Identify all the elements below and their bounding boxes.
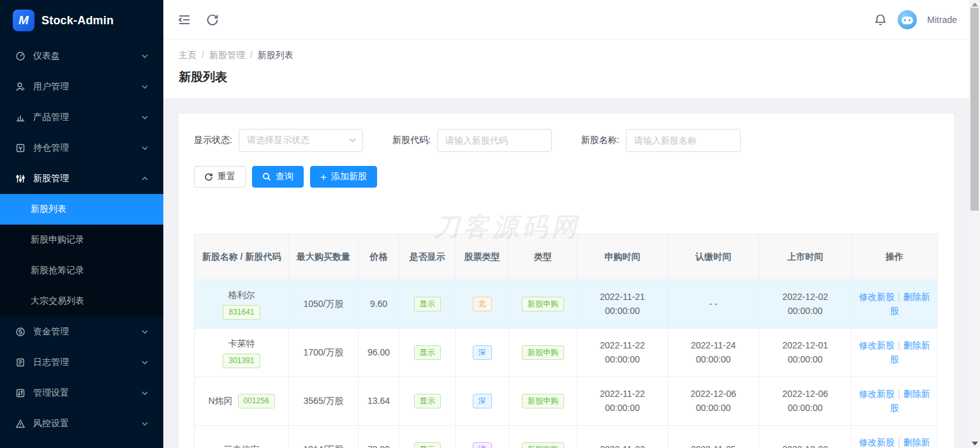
- delete-stock-link[interactable]: 删除新股: [890, 292, 930, 316]
- market-badge: 北: [473, 297, 492, 311]
- edit-stock-link[interactable]: 修改新股: [859, 340, 895, 350]
- apply-time-cell: 2022-11-2100:00:00: [577, 280, 668, 329]
- search-icon: [262, 172, 271, 181]
- refresh-icon[interactable]: [205, 13, 219, 27]
- new-stock-submenu: 新股列表 新股申购记录 新股抢筹记录 大宗交易列表: [0, 194, 163, 317]
- time-line: 00:00:00: [766, 401, 845, 415]
- col-operations: 操作: [852, 234, 938, 280]
- type-badge: 新股申购: [522, 345, 564, 360]
- sidebar-item-funds[interactable]: 资金管理: [0, 317, 163, 347]
- chevron-down-icon: [142, 327, 148, 337]
- stock-name-box: 三未信安: [201, 443, 282, 448]
- sidebar-item-logs[interactable]: 日志管理: [0, 347, 163, 378]
- delete-stock-link[interactable]: 删除新股: [890, 437, 930, 448]
- action-buttons: 重置 查询 + 添加新股: [194, 166, 939, 188]
- sidebar-item-users[interactable]: 用户管理: [0, 71, 163, 102]
- sidebar-subitem-block-trade-list[interactable]: 大宗交易列表: [0, 286, 163, 317]
- market-badge: 深: [473, 345, 492, 360]
- type-cell: 新股申购: [509, 280, 577, 329]
- delete-stock-link[interactable]: 删除新股: [890, 340, 930, 364]
- op-divider: |: [898, 389, 900, 399]
- content: 刀客源码网 显示状态: 请选择显示状态 新股代码:: [163, 114, 980, 448]
- sidebar-item-new-stock[interactable]: 新股管理: [0, 163, 163, 194]
- apply-time-cell: 2022-11-23: [577, 426, 668, 448]
- user-avatar[interactable]: [898, 10, 917, 29]
- stock-name: N炜冈: [208, 394, 232, 408]
- sidebar-subitem-subscription-records[interactable]: 新股申购记录: [0, 225, 163, 255]
- type-cell: 新股申购: [509, 426, 577, 448]
- breadcrumb-home[interactable]: 主页: [179, 50, 197, 61]
- market-cell: 北: [456, 280, 509, 329]
- edit-stock-link[interactable]: 修改新股: [859, 437, 895, 447]
- stock-code-badge: 301391: [223, 354, 260, 368]
- username[interactable]: Mitrade: [927, 15, 957, 25]
- reset-button[interactable]: 重置: [194, 166, 246, 188]
- time-line: 00:00:00: [674, 401, 752, 415]
- price-cell: 13.64: [359, 377, 399, 426]
- sidebar-item-label: 资金管理: [33, 326, 134, 338]
- stock-table: 新股名称 / 新股代码 最大购买数量 价格 是否显示 股票类型 类型 申购时间 …: [194, 234, 938, 448]
- stock-name-box: 格利尔831641: [201, 288, 282, 320]
- sidebar-item-admin-settings[interactable]: 管理设置: [0, 378, 163, 408]
- notification-bell-icon[interactable]: [873, 13, 887, 27]
- chevron-down-icon: [349, 135, 356, 146]
- visible-cell: 显示: [399, 377, 456, 426]
- chevron-down-icon: [142, 357, 148, 368]
- sidebar-item-label: 管理设置: [33, 387, 134, 399]
- scrollbar-thumb[interactable]: [970, 8, 979, 211]
- funds-icon: [15, 327, 26, 337]
- col-price: 价格: [359, 234, 399, 280]
- page-head: 主页 / 新股管理 / 新股列表 新股列表: [163, 40, 980, 98]
- app-root: M Stock-Admin 仪表盘 用户管理 产品管理 持仓管理: [0, 0, 980, 448]
- delete-stock-link[interactable]: 删除新股: [890, 389, 930, 413]
- col-visible: 是否显示: [399, 234, 456, 280]
- visible-badge: 显示: [414, 442, 441, 448]
- main-area: Mitrade 主页 / 新股管理 / 新股列表 新股列表 刀客源码网 显示状态…: [163, 0, 980, 448]
- edit-stock-link[interactable]: 修改新股: [859, 292, 895, 302]
- sidebar-item-products[interactable]: 产品管理: [0, 102, 163, 133]
- visible-badge: 显示: [414, 297, 441, 311]
- chevron-down-icon: [142, 51, 148, 61]
- search-button[interactable]: 查询: [252, 166, 304, 188]
- date-line: 2022-12-06: [674, 387, 752, 401]
- max-buy-cell: 3565/万股: [289, 377, 359, 426]
- scrollbar-up-arrow[interactable]: [972, 3, 978, 6]
- sidebar-item-risk-settings[interactable]: 风控设置: [0, 408, 163, 439]
- date-line: 2022-11-23: [584, 443, 661, 448]
- edit-stock-link[interactable]: 修改新股: [859, 389, 895, 399]
- risk-icon: [15, 419, 26, 429]
- plus-icon: +: [320, 172, 327, 183]
- list-time-cell: 2022-12-0100:00:00: [759, 329, 852, 377]
- chevron-up-icon: [142, 174, 148, 184]
- type-badge: 新股申购: [522, 442, 564, 448]
- sidebar-subitem-stock-list[interactable]: 新股列表: [0, 194, 163, 225]
- menu-fold-icon[interactable]: [177, 13, 191, 27]
- logo: M Stock-Admin: [0, 0, 163, 41]
- time-line: 00:00:00: [584, 304, 661, 318]
- stock-name-input[interactable]: [626, 129, 741, 152]
- settings-icon: [15, 388, 26, 398]
- sidebar-item-dashboard[interactable]: 仪表盘: [0, 41, 163, 71]
- operations-cell: 修改新股|删除新股: [852, 329, 938, 377]
- stock-code-badge: 001256: [238, 394, 275, 408]
- breadcrumb-separator: /: [250, 50, 253, 61]
- status-select[interactable]: 请选择显示状态: [239, 129, 363, 152]
- add-stock-button[interactable]: + 添加新股: [310, 166, 377, 188]
- breadcrumb: 主页 / 新股管理 / 新股列表: [179, 50, 965, 61]
- scrollbar-down-arrow[interactable]: [972, 442, 978, 445]
- sidebar-subitem-grab-records[interactable]: 新股抢筹记录: [0, 255, 163, 286]
- sidebar-item-label: 产品管理: [33, 112, 134, 123]
- list-time-cell: 2022-12-0600:00:00: [759, 377, 852, 426]
- products-icon: [15, 112, 26, 123]
- col-name-code: 新股名称 / 新股代码: [195, 234, 289, 280]
- breadcrumb-new-stock[interactable]: 新股管理: [209, 50, 245, 61]
- price-cell: 96.00: [359, 329, 399, 377]
- price-cell: 78.99: [359, 426, 399, 448]
- market-badge: 深: [473, 394, 492, 408]
- stock-code-input[interactable]: [437, 129, 552, 152]
- logs-icon: [15, 357, 26, 368]
- sidebar-item-positions[interactable]: 持仓管理: [0, 133, 163, 163]
- dashboard-icon: [15, 51, 26, 61]
- status-select-placeholder: 请选择显示状态: [247, 135, 349, 146]
- chevron-down-icon: [142, 388, 148, 398]
